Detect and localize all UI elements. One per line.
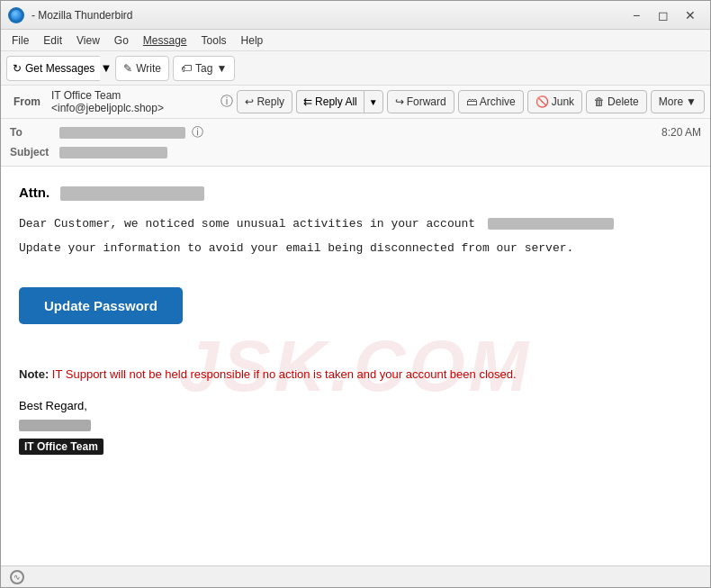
to-value: ⓘ bbox=[59, 124, 662, 140]
archive-label: Archive bbox=[480, 95, 516, 108]
title-bar: - Mozilla Thunderbird − ◻ ✕ bbox=[1, 1, 710, 30]
email-meta: To ⓘ 8:20 AM Subject bbox=[1, 119, 710, 166]
subject-row: Subject bbox=[10, 142, 701, 162]
tag-icon: 🏷 bbox=[181, 62, 192, 75]
delete-button[interactable]: 🗑 Delete bbox=[586, 90, 647, 113]
window-controls: − ◻ ✕ bbox=[624, 5, 703, 25]
write-icon: ✎ bbox=[123, 62, 132, 75]
delete-icon: 🗑 bbox=[594, 95, 605, 108]
email-header: From IT Office Team <info@jebeljoplc.sho… bbox=[1, 86, 710, 167]
regards-section: Best Regard, IT Office Team bbox=[19, 399, 692, 455]
menu-edit[interactable]: Edit bbox=[36, 32, 69, 49]
reply-icon: ↩ bbox=[245, 95, 254, 108]
junk-icon: 🚫 bbox=[536, 95, 549, 108]
attn-line: Attn. bbox=[19, 185, 692, 201]
minimize-button[interactable]: − bbox=[624, 5, 649, 25]
paragraph1-text: Dear Customer, we noticed some unusual a… bbox=[19, 217, 475, 231]
note-line: Note: IT Support will not be held respon… bbox=[19, 367, 692, 381]
reply-all-label: Reply All bbox=[315, 95, 357, 108]
write-label: Write bbox=[136, 62, 161, 75]
tag-arrow-icon: ▼ bbox=[216, 62, 227, 75]
from-label: From bbox=[6, 92, 48, 112]
menu-file[interactable]: File bbox=[4, 32, 36, 49]
reply-button[interactable]: ↩ Reply bbox=[237, 90, 292, 113]
forward-icon: ↪ bbox=[395, 95, 404, 108]
get-messages-icon: ↻ bbox=[13, 62, 22, 75]
menu-go[interactable]: Go bbox=[107, 32, 136, 49]
note-label: Note: bbox=[19, 367, 49, 381]
delete-label: Delete bbox=[608, 95, 639, 108]
more-button[interactable]: More ▼ bbox=[651, 90, 705, 113]
menu-view[interactable]: View bbox=[69, 32, 107, 49]
main-toolbar: ↻ Get Messages ▼ ✎ Write 🏷 Tag ▼ bbox=[1, 51, 710, 86]
from-info-icon[interactable]: ⓘ bbox=[220, 94, 233, 110]
body-paragraph1: Dear Customer, we noticed some unusual a… bbox=[19, 215, 692, 234]
subject-blurred-value bbox=[59, 147, 167, 158]
close-button[interactable]: ✕ bbox=[678, 5, 703, 25]
forward-label: Forward bbox=[407, 95, 446, 108]
more-arrow-icon: ▼ bbox=[686, 95, 697, 108]
subject-value bbox=[59, 146, 701, 158]
archive-icon: 🗃 bbox=[466, 95, 477, 108]
window-title: - Mozilla Thunderbird bbox=[32, 9, 624, 22]
menu-help[interactable]: Help bbox=[234, 32, 271, 49]
to-label: To bbox=[10, 126, 59, 139]
signature-name-blurred bbox=[19, 420, 91, 431]
reply-all-icon: ⇇ bbox=[303, 95, 312, 108]
wifi-icon: ∿ bbox=[10, 570, 24, 584]
get-messages-arrow[interactable]: ▼ bbox=[100, 61, 112, 75]
app-icon-inner bbox=[11, 10, 22, 21]
note-text: IT Support will not be held responsible … bbox=[52, 367, 517, 381]
reply-all-split: ⇇ Reply All ▼ bbox=[296, 90, 383, 113]
status-bar: ∿ bbox=[1, 565, 710, 587]
attn-name-blurred bbox=[60, 186, 204, 201]
write-button[interactable]: ✎ Write bbox=[115, 56, 169, 81]
get-messages-button[interactable]: ↻ Get Messages bbox=[6, 56, 100, 81]
it-team-label: IT Office Team bbox=[19, 439, 104, 455]
subject-label: Subject bbox=[10, 146, 59, 158]
junk-label: Junk bbox=[552, 95, 574, 108]
from-value: IT Office Team <info@jebeljoplc.shop> bbox=[51, 89, 217, 114]
attn-prefix: Attn. bbox=[19, 185, 50, 200]
to-row: To ⓘ 8:20 AM bbox=[10, 122, 701, 142]
body-paragraph2: Update your information to avoid your em… bbox=[19, 240, 692, 258]
regards-text: Best Regard, bbox=[19, 399, 692, 412]
email-content: Attn. Dear Customer, we noticed some unu… bbox=[19, 185, 692, 455]
get-messages-label: Get Messages bbox=[25, 62, 94, 75]
more-label: More bbox=[659, 95, 683, 108]
to-blurred-value bbox=[59, 127, 185, 139]
maximize-button[interactable]: ◻ bbox=[651, 5, 676, 25]
menu-bar: File Edit View Go Message Tools Help bbox=[1, 30, 710, 51]
menu-message[interactable]: Message bbox=[136, 32, 194, 49]
tag-label: Tag bbox=[195, 62, 212, 75]
menu-tools[interactable]: Tools bbox=[194, 32, 234, 49]
reply-all-button[interactable]: ⇇ Reply All bbox=[296, 90, 364, 113]
reply-label: Reply bbox=[256, 95, 284, 108]
app-icon bbox=[8, 7, 24, 23]
account-blurred bbox=[488, 218, 614, 230]
forward-button[interactable]: ↪ Forward bbox=[387, 90, 454, 113]
email-time: 8:20 AM bbox=[662, 126, 701, 139]
update-password-button[interactable]: Update Password bbox=[19, 287, 183, 324]
reply-all-arrow[interactable]: ▼ bbox=[364, 90, 383, 113]
to-info-icon[interactable]: ⓘ bbox=[192, 125, 203, 139]
junk-button[interactable]: 🚫 Junk bbox=[527, 90, 582, 113]
email-body: JSK.COM Attn. Dear Customer, we noticed … bbox=[1, 167, 710, 565]
get-messages-dropdown[interactable]: ↻ Get Messages ▼ bbox=[6, 56, 112, 81]
tag-button[interactable]: 🏷 Tag ▼ bbox=[173, 56, 235, 81]
thunderbird-window: - Mozilla Thunderbird − ◻ ✕ File Edit Vi… bbox=[0, 0, 711, 588]
archive-button[interactable]: 🗃 Archive bbox=[458, 90, 524, 113]
